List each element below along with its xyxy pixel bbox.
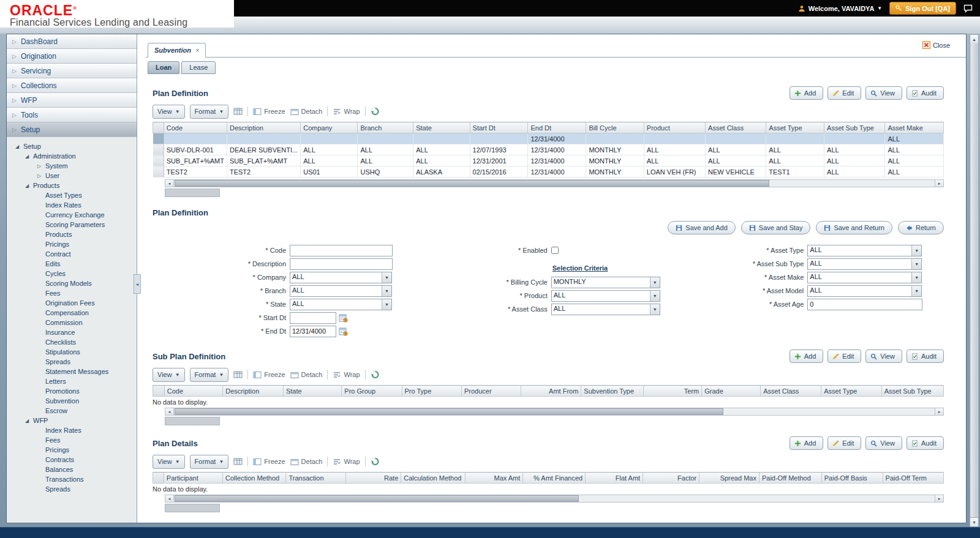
column-header[interactable]: Factor bbox=[643, 473, 699, 484]
column-header[interactable]: Asset Type bbox=[766, 122, 824, 133]
asset-make-select[interactable]: ALL▼ bbox=[807, 272, 922, 283]
column-header[interactable]: Grade bbox=[702, 386, 761, 397]
tree-node-wfp[interactable]: ◢WFP bbox=[7, 416, 137, 425]
column-header[interactable]: Amt From bbox=[521, 386, 581, 397]
asset-age-field[interactable] bbox=[807, 299, 922, 310]
tree-leaf-checklists[interactable]: Checklists bbox=[7, 337, 137, 347]
sign-out-button[interactable]: Sign Out [QA] bbox=[889, 2, 956, 15]
view-button[interactable]: View bbox=[865, 349, 902, 363]
refresh-icon[interactable] bbox=[371, 370, 380, 379]
column-header[interactable]: Collection Method bbox=[223, 473, 286, 484]
save-and-return-button[interactable]: Save and Return bbox=[816, 221, 892, 234]
column-header[interactable]: Asset Class bbox=[761, 386, 821, 397]
column-header[interactable]: Paid-Off Term bbox=[883, 473, 943, 484]
tree-leaf-commission[interactable]: Commission bbox=[7, 318, 137, 327]
tree-leaf-index-rates[interactable]: Index Rates bbox=[7, 425, 137, 435]
tree-leaf-spreads[interactable]: Spreads bbox=[7, 484, 137, 494]
detach-button[interactable]: Detach bbox=[290, 458, 323, 466]
column-header[interactable]: Paid-Off Method bbox=[759, 473, 821, 484]
tree-leaf-cycles[interactable]: Cycles bbox=[7, 269, 137, 278]
horizontal-scrollbar[interactable]: ◂ ▸ bbox=[165, 179, 944, 187]
calendar-icon[interactable] bbox=[339, 327, 348, 336]
tree-expanded-icon[interactable]: ◢ bbox=[24, 418, 30, 424]
tree-leaf-letters[interactable]: Letters bbox=[7, 376, 137, 386]
column-header[interactable]: Paid-Off Basis bbox=[821, 473, 883, 484]
tree-leaf-promotions[interactable]: Promotions bbox=[7, 386, 137, 396]
wrap-button[interactable]: Wrap bbox=[333, 458, 360, 466]
refresh-icon[interactable] bbox=[371, 107, 380, 116]
column-header[interactable]: Asset Sub Type bbox=[881, 386, 943, 397]
column-header[interactable]: Calculation Method bbox=[401, 473, 466, 484]
add-button[interactable]: Add bbox=[790, 436, 824, 450]
query-by-example-icon[interactable] bbox=[233, 457, 243, 466]
tree-leaf-index-rates[interactable]: Index Rates bbox=[7, 200, 137, 210]
wrap-button[interactable]: Wrap bbox=[333, 108, 360, 116]
asset-class-select[interactable]: ALL▼ bbox=[551, 304, 660, 315]
grid-row[interactable]: TEST2TEST2US01USHQALASKA02/15/201612/31/… bbox=[153, 166, 944, 177]
tree-leaf-contracts[interactable]: Contracts bbox=[7, 455, 137, 465]
detach-button[interactable]: Detach bbox=[290, 371, 323, 379]
query-by-example-icon[interactable] bbox=[233, 107, 243, 116]
tree-expanded-icon[interactable]: ◢ bbox=[14, 144, 20, 149]
column-header[interactable]: Asset Type bbox=[821, 386, 882, 397]
refresh-icon[interactable] bbox=[371, 457, 380, 466]
horizontal-scrollbar[interactable]: ◂ ▸ bbox=[165, 408, 944, 416]
tab-subvention[interactable]: Subvention × bbox=[148, 43, 206, 58]
end-dt-field[interactable] bbox=[290, 326, 336, 337]
grid-row[interactable]: SUB_FLAT+%AMTSUB_FLAT+%AMTALLALLALL12/31… bbox=[153, 155, 944, 166]
view-button[interactable]: View bbox=[865, 436, 902, 450]
detach-button[interactable]: Detach bbox=[290, 108, 323, 116]
scroll-track[interactable] bbox=[174, 495, 935, 502]
calendar-icon[interactable] bbox=[339, 313, 348, 323]
scroll-thumb[interactable] bbox=[175, 408, 723, 415]
tree-node-administration[interactable]: ◢Administration bbox=[7, 151, 137, 161]
scroll-track[interactable] bbox=[174, 408, 935, 415]
column-header[interactable]: Subvention Type bbox=[581, 386, 644, 397]
tree-leaf-scoring-models[interactable]: Scoring Models bbox=[7, 278, 137, 288]
column-header[interactable]: End Dt bbox=[528, 122, 586, 133]
tree-leaf-spreads[interactable]: Spreads bbox=[7, 357, 137, 367]
scroll-right-arrow[interactable]: ▸ bbox=[935, 408, 943, 415]
column-header[interactable]: Participant bbox=[164, 473, 222, 484]
column-header[interactable]: Description bbox=[227, 122, 300, 133]
freeze-button[interactable]: Freeze bbox=[253, 108, 285, 116]
add-button[interactable]: Add bbox=[790, 86, 824, 100]
column-header[interactable]: Branch bbox=[358, 122, 413, 133]
scroll-track[interactable] bbox=[174, 180, 935, 187]
column-header[interactable]: State bbox=[413, 122, 470, 133]
tree-leaf-balances[interactable]: Balances bbox=[7, 465, 137, 474]
sidebar-item-dashboard[interactable]: ▷DashBoard bbox=[7, 34, 137, 49]
column-header[interactable]: Product bbox=[644, 122, 705, 133]
column-header[interactable]: Asset Sub Type bbox=[824, 122, 885, 133]
sidebar-item-wfp[interactable]: ▷WFP bbox=[7, 93, 137, 108]
vertical-scrollbar[interactable]: ▲ ▼ bbox=[970, 34, 979, 527]
tree-leaf-scoring-parameters[interactable]: Scoring Parameters bbox=[7, 220, 137, 230]
column-header[interactable]: Pro Group bbox=[342, 386, 402, 397]
tab-close-icon[interactable]: × bbox=[195, 47, 199, 54]
view-menu-button[interactable]: View▼ bbox=[153, 455, 185, 469]
tree-leaf-stipulations[interactable]: Stipulations bbox=[7, 347, 137, 357]
column-header[interactable]: Spread Max bbox=[699, 473, 760, 484]
row-selector[interactable] bbox=[153, 155, 164, 166]
sidebar-item-origination[interactable]: ▷Origination bbox=[7, 49, 137, 64]
tree-leaf-insurance[interactable]: Insurance bbox=[7, 327, 137, 337]
asset-sub-type-select[interactable]: ALL▼ bbox=[807, 258, 922, 270]
scroll-thumb[interactable] bbox=[175, 180, 769, 187]
start-dt-field[interactable] bbox=[290, 312, 336, 324]
tree-leaf-compensation[interactable]: Compensation bbox=[7, 308, 137, 318]
column-header[interactable]: Flat Amt bbox=[586, 473, 643, 484]
tree-node-setup[interactable]: ◢Setup bbox=[7, 141, 137, 151]
scroll-thumb[interactable] bbox=[971, 43, 978, 518]
asset-model-select[interactable]: ALL▼ bbox=[807, 285, 922, 297]
tree-leaf-fees[interactable]: Fees bbox=[7, 435, 137, 445]
asset-type-select[interactable]: ALL▼ bbox=[807, 245, 922, 256]
audit-button[interactable]: Audit bbox=[907, 436, 944, 450]
view-menu-button[interactable]: View▼ bbox=[153, 368, 185, 382]
scroll-right-arrow[interactable]: ▸ bbox=[935, 495, 943, 502]
format-menu-button[interactable]: Format▼ bbox=[190, 105, 229, 119]
column-header[interactable]: Asset Make bbox=[885, 122, 944, 133]
grid-row[interactable]: SUBV-DLR-001DEALER SUBVENTI...ALLALLALL1… bbox=[153, 144, 944, 155]
format-menu-button[interactable]: Format▼ bbox=[190, 368, 229, 382]
tree-leaf-escrow[interactable]: Escrow bbox=[7, 406, 137, 416]
column-header[interactable]: Code bbox=[164, 386, 222, 397]
